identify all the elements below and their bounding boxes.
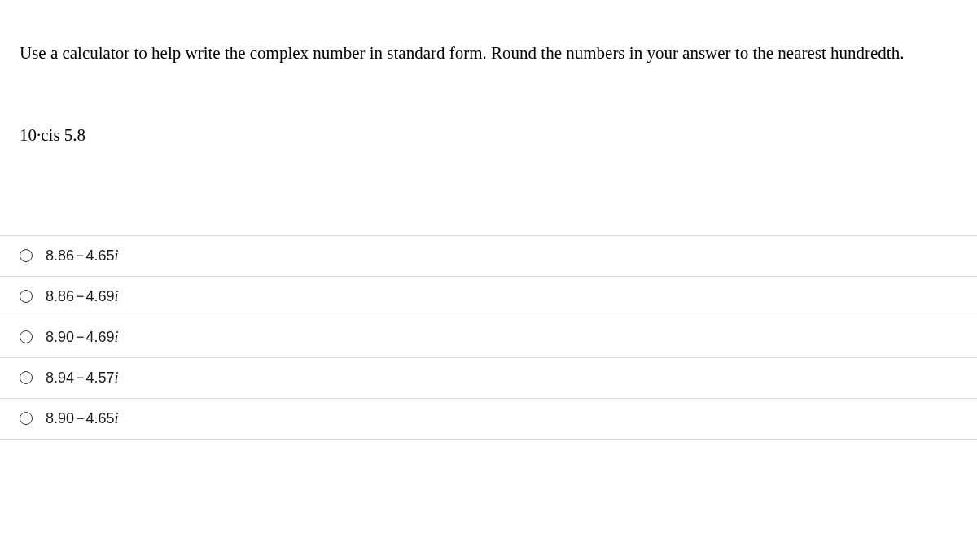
radio-icon — [20, 249, 33, 262]
radio-icon — [20, 412, 33, 425]
radio-icon — [20, 330, 33, 343]
question-expression: 10·cis 5.8 — [20, 125, 957, 146]
option-label: 8.94−4.57i — [46, 370, 119, 387]
question-prompt: Use a calculator to help write the compl… — [20, 39, 957, 68]
option-1[interactable]: 8.86−4.65i — [0, 235, 977, 276]
option-3[interactable]: 8.90−4.69i — [0, 317, 977, 357]
answer-options-list: 8.86−4.65i 8.86−4.69i 8.90−4.69i 8.94−4.… — [0, 235, 977, 440]
option-label: 8.90−4.69i — [46, 329, 119, 346]
radio-icon — [20, 290, 33, 303]
option-4[interactable]: 8.94−4.57i — [0, 357, 977, 398]
question-container: Use a calculator to help write the compl… — [0, 0, 977, 440]
radio-icon — [20, 371, 33, 384]
option-2[interactable]: 8.86−4.69i — [0, 276, 977, 317]
option-label: 8.90−4.65i — [46, 410, 119, 427]
option-label: 8.86−4.65i — [46, 247, 119, 265]
option-5[interactable]: 8.90−4.65i — [0, 398, 977, 440]
option-label: 8.86−4.69i — [46, 288, 119, 305]
